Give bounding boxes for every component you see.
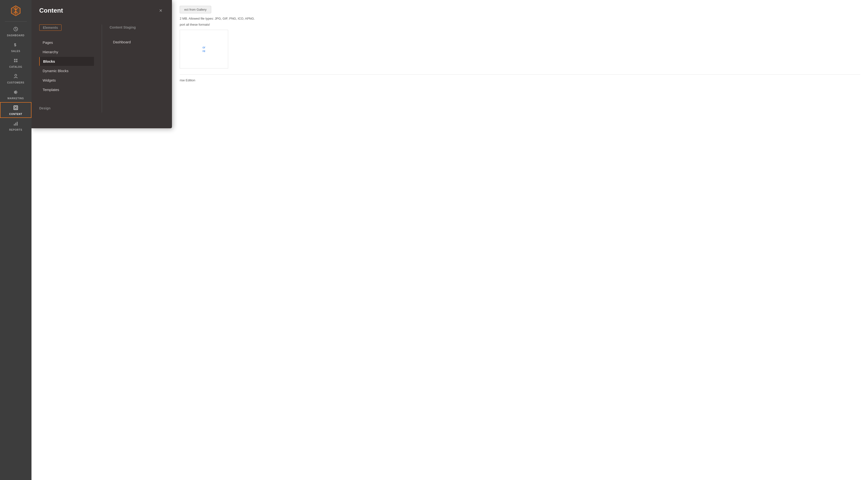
catalog-icon	[13, 58, 19, 65]
elements-menu: Pages Hierarchy Blocks Dynamic Blocks Wi…	[39, 38, 94, 94]
menu-item-pages[interactable]: Pages	[39, 38, 94, 47]
sidebar-label-content: CONTENT	[9, 113, 22, 116]
menu-item-blocks[interactable]: Blocks	[39, 57, 94, 66]
sidebar-item-catalog[interactable]: CATALOG	[0, 55, 31, 71]
menu-item-widgets[interactable]: Widgets	[39, 76, 94, 85]
sidebar-label-catalog: CATALOG	[9, 66, 22, 68]
sidebar-label-dashboard: DASHBOARD	[7, 34, 25, 37]
dropdown-title: Content	[39, 7, 63, 14]
magento-logo-icon	[9, 4, 22, 17]
dropdown-header: Content ×	[31, 0, 172, 19]
content-dropdown-panel: Content × Elements Pages Hierarchy Block…	[31, 0, 172, 128]
column-divider	[102, 25, 102, 113]
svg-point-2	[16, 29, 16, 30]
upload-link-2[interactable]: re	[203, 49, 206, 53]
sidebar-item-customers[interactable]: CUSTOMERS	[0, 71, 31, 87]
design-section-label: Design	[39, 102, 94, 113]
marketing-icon	[13, 89, 19, 96]
gallery-button[interactable]: ect from Gallery	[180, 6, 211, 13]
sidebar-item-content[interactable]: CONTENT	[0, 102, 31, 118]
svg-rect-12	[15, 107, 17, 109]
close-button[interactable]: ×	[157, 7, 164, 14]
sidebar-item-reports[interactable]: REPORTS	[0, 118, 31, 134]
staging-menu: Dashboard	[110, 37, 164, 46]
menu-item-templates[interactable]: Templates	[39, 85, 94, 94]
svg-text:$: $	[14, 43, 17, 47]
svg-rect-10	[17, 91, 18, 93]
sidebar-item-dashboard[interactable]: DASHBOARD	[0, 24, 31, 39]
design-section: Design	[39, 102, 94, 113]
svg-rect-13	[14, 124, 15, 126]
sales-icon: $	[13, 42, 19, 49]
menu-item-staging-dashboard[interactable]: Dashboard	[110, 37, 164, 46]
sidebar-logo	[0, 0, 31, 20]
sidebar-label-sales: SALES	[11, 50, 20, 53]
sidebar-item-marketing[interactable]: MARKETING	[0, 87, 31, 102]
sidebar-label-customers: CUSTOMERS	[7, 81, 25, 84]
main-area: Content × Elements Pages Hierarchy Block…	[31, 0, 868, 480]
svg-marker-9	[14, 90, 17, 94]
dashboard-icon	[13, 26, 19, 33]
sidebar-label-marketing: MARKETING	[7, 97, 24, 100]
menu-item-dynamic-blocks[interactable]: Dynamic Blocks	[39, 66, 94, 75]
elements-section-label: Elements	[39, 25, 62, 31]
reports-icon	[13, 121, 19, 128]
staging-section-label: Content Staging	[110, 25, 136, 30]
upload-area[interactable]: or re	[180, 30, 228, 68]
svg-rect-6	[14, 61, 16, 62]
svg-rect-15	[17, 122, 18, 126]
elements-column: Elements Pages Hierarchy Blocks Dynamic …	[39, 25, 94, 113]
svg-rect-7	[16, 61, 18, 62]
edition-text: rise Edition	[180, 74, 860, 82]
sidebar-item-sales[interactable]: $ SALES	[0, 39, 31, 55]
right-content-panel: ect from Gallery 2 MB. Allowed file type…	[172, 0, 868, 480]
staging-column: Content Staging Dashboard	[110, 25, 164, 113]
sidebar-label-reports: REPORTS	[9, 129, 22, 131]
upload-link-1[interactable]: or	[203, 45, 206, 49]
file-info-1: 2 MB. Allowed file types: JPG, GIF, PNG,…	[180, 16, 860, 21]
content-icon	[13, 105, 19, 112]
svg-point-8	[15, 74, 17, 76]
svg-rect-5	[16, 59, 18, 60]
file-info-2: port all these formats!	[180, 22, 860, 27]
customers-icon	[13, 73, 19, 81]
dropdown-body: Elements Pages Hierarchy Blocks Dynamic …	[31, 19, 172, 120]
sidebar: DASHBOARD $ SALES CATALOG	[0, 0, 31, 480]
svg-rect-4	[14, 59, 16, 60]
svg-rect-11	[14, 106, 18, 110]
menu-item-hierarchy[interactable]: Hierarchy	[39, 47, 94, 56]
sidebar-divider	[5, 21, 27, 22]
app-container: DASHBOARD $ SALES CATALOG	[0, 0, 868, 480]
svg-rect-14	[15, 123, 16, 126]
